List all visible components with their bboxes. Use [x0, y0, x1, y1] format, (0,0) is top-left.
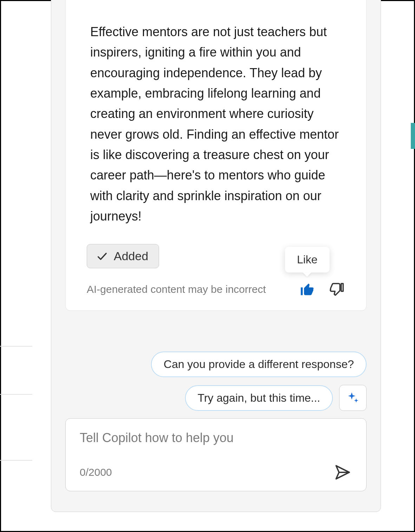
added-label: Added [114, 249, 148, 263]
feedback-buttons: Like [299, 281, 345, 298]
copilot-panel: Effective mentors are not just teachers … [51, 0, 381, 512]
compose-input[interactable]: Tell Copilot how to help you 0/2000 [65, 418, 367, 491]
dislike-button[interactable] [328, 281, 345, 298]
suggestions-area: Can you provide a different response? Tr… [65, 352, 367, 411]
added-button[interactable]: Added [87, 244, 159, 268]
suggestion-different-response[interactable]: Can you provide a different response? [151, 352, 367, 377]
check-icon [96, 250, 108, 262]
compose-footer: 0/2000 [80, 463, 352, 482]
compose-placeholder: Tell Copilot how to help you [80, 431, 352, 445]
ai-disclaimer: AI-generated content may be incorrect [87, 283, 266, 295]
assistant-message-text: Effective mentors are not just teachers … [66, 0, 366, 226]
send-icon [334, 464, 351, 481]
sparkle-icon [346, 391, 360, 405]
right-edge-accent [411, 123, 415, 149]
thumbs-up-icon [299, 282, 315, 297]
sparkle-button[interactable] [339, 385, 367, 411]
divider [0, 460, 32, 461]
message-footer: AI-generated content may be incorrect Li… [66, 268, 366, 298]
character-count: 0/2000 [80, 466, 112, 478]
divider [0, 394, 32, 395]
assistant-message-card: Effective mentors are not just teachers … [65, 0, 367, 311]
suggestion-try-again[interactable]: Try again, but this time... [185, 385, 333, 411]
like-tooltip: Like [285, 247, 330, 272]
thumbs-down-icon [329, 282, 344, 297]
like-button[interactable]: Like [299, 281, 316, 298]
divider [0, 346, 32, 347]
send-button[interactable] [333, 463, 352, 482]
